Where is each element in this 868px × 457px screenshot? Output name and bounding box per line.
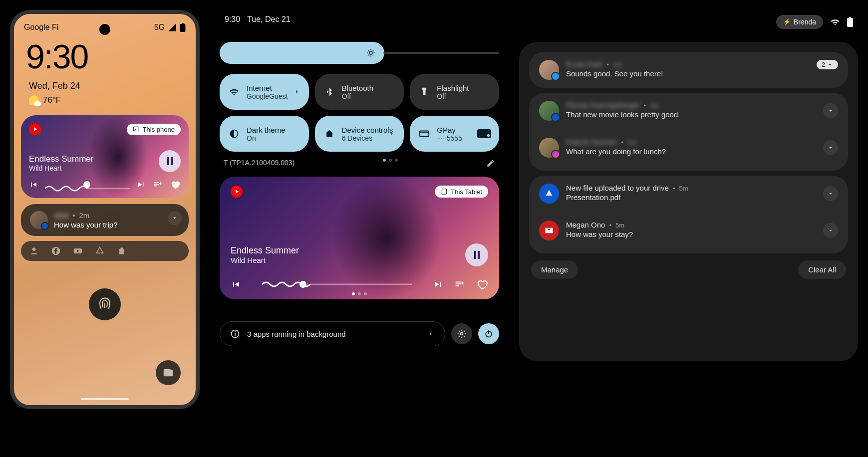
tablet-date: Tue, Dec 21 xyxy=(247,15,290,24)
favorite-button[interactable] xyxy=(170,179,181,190)
expand-button[interactable] xyxy=(823,223,838,238)
track-title: Endless Summer xyxy=(29,154,93,164)
previous-track-button[interactable] xyxy=(231,279,241,289)
expand-button[interactable] xyxy=(823,186,838,201)
lockscreen-weather[interactable]: 76°F xyxy=(14,93,196,115)
cast-chip[interactable]: This phone xyxy=(127,124,181,135)
notification-item[interactable]: Patrick Hosmer•1m What are you doing for… xyxy=(529,132,848,164)
expand-button[interactable] xyxy=(823,103,838,118)
wallet-icon xyxy=(163,367,174,378)
svg-line-12 xyxy=(368,50,369,51)
pause-button[interactable] xyxy=(465,243,488,266)
drive-icon xyxy=(95,246,105,256)
tablet-clock: 9:30 xyxy=(225,15,240,24)
home-icon xyxy=(324,128,335,139)
edit-tiles-button[interactable] xyxy=(486,159,495,168)
tile-device-controls[interactable]: Device controls6 Devices xyxy=(315,116,404,152)
bg-apps-label: 3 apps running in background xyxy=(247,330,346,338)
track-artist: Wild Heart xyxy=(29,164,93,172)
youtube-music-icon xyxy=(231,186,243,198)
notification-group: Florian Koenigsberger•1m That new movie … xyxy=(529,93,848,171)
avatar xyxy=(539,101,559,121)
user-chip[interactable]: ⚡ Brenda xyxy=(776,15,823,29)
brightness-slider[interactable] xyxy=(220,42,499,64)
fingerprint-button[interactable] xyxy=(89,288,121,320)
tile-internet[interactable]: InternetGoogleGuest xyxy=(220,74,309,110)
tile-dark-theme[interactable]: Dark themeOn xyxy=(220,116,309,152)
notification-item[interactable]: Eunie Park•1m Sounds good. See you there… xyxy=(529,52,848,88)
notification-sender: Florian Koenigsberger xyxy=(566,101,640,109)
chevron-down-icon xyxy=(827,227,834,234)
background-apps-pill[interactable]: 3 apps running in background xyxy=(220,321,445,346)
notification-sender: Eunie Park xyxy=(566,60,602,68)
network-label: 5G xyxy=(154,23,165,32)
clear-all-button[interactable]: Clear All xyxy=(798,260,846,279)
tile-bluetooth[interactable]: BluetoothOff xyxy=(315,74,404,110)
dark-theme-icon xyxy=(229,128,240,139)
tablet-media-card[interactable]: This Tablet Endless Summer Wild Heart xyxy=(220,177,499,299)
tile-label: Bluetooth xyxy=(342,84,373,92)
chevron-right-icon xyxy=(388,130,396,138)
tablet-notifications-column: ⚡ Brenda Eunie Park•1m Sounds good. See … xyxy=(519,10,858,447)
phone-media-card[interactable]: This phone Endless Summer Wild Heart xyxy=(21,115,189,198)
notification-item[interactable]: Florian Koenigsberger•1m That new movie … xyxy=(529,95,848,127)
page-indicator xyxy=(383,159,398,168)
notification-tray[interactable] xyxy=(21,241,189,261)
progress-slider[interactable] xyxy=(45,184,130,186)
svg-point-23 xyxy=(235,331,236,332)
weather-icon xyxy=(29,95,39,105)
messenger-badge-icon xyxy=(551,150,560,159)
previous-track-button[interactable] xyxy=(29,180,38,189)
build-number: T (TP1A.2100409.003) xyxy=(224,159,294,168)
camera-punchhole xyxy=(99,24,110,35)
favorite-button[interactable] xyxy=(476,278,488,290)
notification-text: Sounds good. See you there! xyxy=(566,69,810,78)
svg-rect-0 xyxy=(180,24,186,32)
progress-slider[interactable] xyxy=(252,279,422,289)
power-button[interactable] xyxy=(478,323,499,344)
notification-sender: Patrick Hosmer xyxy=(566,138,617,146)
tile-sub: 6 Devices xyxy=(342,134,393,142)
wallet-button[interactable] xyxy=(156,360,181,385)
lockscreen-date: Wed, Feb 24 xyxy=(14,76,196,93)
notification-count-chip[interactable]: 2 xyxy=(817,60,838,69)
expand-button[interactable] xyxy=(823,140,838,155)
cast-chip[interactable]: This Tablet xyxy=(435,186,488,198)
pause-button[interactable] xyxy=(159,150,181,172)
media-page-indicator xyxy=(352,292,367,295)
queue-button[interactable] xyxy=(454,279,465,290)
drive-app-icon xyxy=(539,184,559,204)
notification-text: Presentation.pdf xyxy=(566,193,816,202)
notification-text: How was your trip? xyxy=(54,221,118,229)
phone-notification[interactable]: Alok • 2m How was your trip? xyxy=(21,204,189,236)
cast-icon xyxy=(133,126,140,133)
battery-icon xyxy=(180,23,186,32)
notification-item[interactable]: Megan Ono•5m How was your stay? xyxy=(529,215,848,246)
avatar xyxy=(30,211,48,229)
notification-item[interactable]: New file uploaded to your drive•5m Prese… xyxy=(529,178,848,210)
card-glyph-icon xyxy=(477,129,491,138)
nav-pill[interactable] xyxy=(81,398,129,400)
gear-icon xyxy=(457,329,467,339)
notification-text: What are you doing for lunch? xyxy=(566,147,816,156)
notification-time: 5m xyxy=(615,222,624,229)
manage-button[interactable]: Manage xyxy=(531,260,578,279)
tile-label: Device controls xyxy=(342,126,393,134)
svg-rect-17 xyxy=(420,131,429,137)
svg-line-15 xyxy=(368,55,369,56)
cast-label: This phone xyxy=(143,126,175,133)
battery-icon xyxy=(847,17,853,27)
chevron-right-icon xyxy=(427,330,435,338)
queue-button[interactable] xyxy=(153,180,163,190)
tile-gpay[interactable]: GPay···· 5555 xyxy=(410,116,499,152)
youtube-icon xyxy=(73,246,83,256)
settings-button[interactable] xyxy=(451,323,472,344)
next-track-button[interactable] xyxy=(137,180,146,189)
lockscreen-clock: 9:30 xyxy=(14,32,196,76)
expand-button[interactable] xyxy=(168,211,182,225)
next-track-button[interactable] xyxy=(433,279,443,289)
notification-title: New file uploaded to your drive xyxy=(566,184,669,192)
power-icon xyxy=(484,329,494,339)
svg-point-7 xyxy=(369,51,372,54)
tile-flashlight[interactable]: FlashlightOff xyxy=(410,74,499,110)
